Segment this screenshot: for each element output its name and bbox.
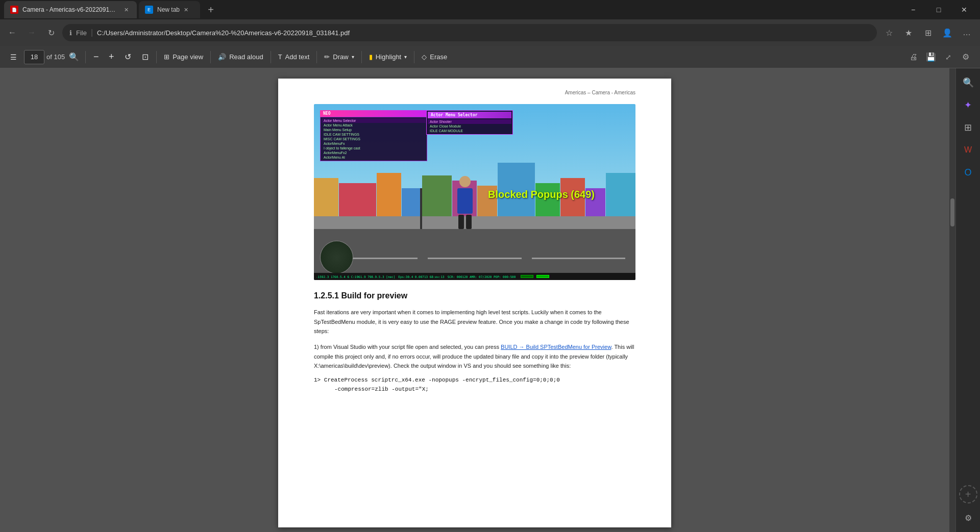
toolbar-separator-2 <box>156 51 157 63</box>
forward-button[interactable]: → <box>23 24 40 41</box>
section-title: 1.2.5.1 Build for preview <box>314 291 635 300</box>
favorites-button[interactable]: ★ <box>899 23 918 42</box>
tab[interactable]: 📄 Camera - Americas-v6-20220918… ✕ <box>4 1 137 18</box>
fit-button[interactable]: ⊡ <box>137 49 153 65</box>
blocked-popups-label: Blocked Popups (649) <box>488 189 595 200</box>
code-line-2: -compressor=zlib -output="X; <box>314 385 635 394</box>
toolbar-separator-1 <box>85 51 86 63</box>
address-text: C:/Users/Administrator/Desktop/Camera%20… <box>97 29 870 37</box>
highlight-icon: ▮ <box>369 53 373 61</box>
pdf-page: Americas – Camera - Americas <box>278 79 671 527</box>
add-tab-button[interactable]: + <box>202 1 219 18</box>
page-number-input[interactable] <box>24 50 44 64</box>
draw-icon: ✏ <box>324 53 330 61</box>
erase-icon: ◇ <box>422 53 427 61</box>
build-link[interactable]: BUILD → Build SPTestBedMenu for Preview <box>501 344 611 350</box>
new-tab-favicon: E <box>145 6 153 14</box>
page-view-icon: ⊞ <box>164 53 169 61</box>
page-view-label: Page view <box>173 53 203 61</box>
highlight-label: Highlight <box>376 53 402 61</box>
sidebar-apps-button[interactable]: ⊞ <box>958 117 978 138</box>
sidebar-search-button[interactable]: 🔍 <box>958 72 978 93</box>
add-text-button[interactable]: T Add text <box>274 49 314 65</box>
sidebar-edge-button[interactable]: W <box>958 140 978 160</box>
sidebar-add-button[interactable]: + <box>959 485 977 503</box>
game-character <box>452 176 478 229</box>
sidebar-settings-button[interactable]: ⚙ <box>958 508 978 528</box>
toolbar-separator-4 <box>271 51 271 63</box>
tab-close-icon[interactable]: ✕ <box>121 5 131 14</box>
scrollbar-thumb[interactable] <box>950 198 954 226</box>
erase-button[interactable]: ◇ Erase <box>418 49 451 65</box>
erase-label: Erase <box>430 53 447 61</box>
print-button[interactable]: 🖨 <box>905 49 922 65</box>
maximize-button[interactable]: □ <box>927 2 950 18</box>
draw-label: Draw <box>333 53 348 61</box>
rotate-button[interactable]: ↺ <box>119 49 136 65</box>
toolbar-separator-3 <box>210 51 211 63</box>
add-text-icon: T <box>278 53 282 61</box>
search-pdf-button[interactable]: 🔍 <box>66 49 82 65</box>
sidebar-toggle-button[interactable]: ☰ <box>6 49 21 65</box>
page-view-button[interactable]: ⊞ Page view <box>160 49 207 65</box>
immersive-reader-button[interactable]: ⤢ <box>940 49 957 65</box>
tab-favicon: 📄 <box>10 6 18 14</box>
add-text-label: Add text <box>285 53 310 61</box>
minimap <box>320 241 353 274</box>
sidebar-copilot-button[interactable]: ✦ <box>958 95 978 115</box>
zoom-out-button[interactable]: − <box>89 50 103 64</box>
new-tab-title: New tab <box>157 6 180 13</box>
address-bar[interactable]: ℹ File | C:/Users/Administrator/Desktop/… <box>62 24 877 41</box>
file-label: File <box>76 29 87 37</box>
new-tab-close-icon[interactable]: ✕ <box>184 7 188 13</box>
body-text-2: 1) from Visual Studio with your script f… <box>314 342 635 371</box>
draw-dropdown-icon: ▾ <box>352 54 354 60</box>
close-button[interactable]: ✕ <box>952 2 976 18</box>
pdf-settings-button[interactable]: ⚙ <box>958 49 974 65</box>
toolbar-separator-5 <box>316 51 317 63</box>
page-nav: of 105 <box>24 50 65 64</box>
zoom-in-button[interactable]: + <box>104 50 118 64</box>
refresh-button[interactable]: ↻ <box>43 24 59 41</box>
favorites-star-button[interactable]: ☆ <box>880 23 898 42</box>
read-aloud-icon: 🔊 <box>218 53 226 61</box>
sidebar-outlook-button[interactable]: O <box>958 162 978 183</box>
scrollbar-track[interactable] <box>949 68 955 532</box>
hud-bar: -1592.3 1760.5.4 6 C:1961.9 798.9.5.3 [n… <box>314 273 635 280</box>
highlight-button[interactable]: ▮ Highlight ▾ <box>365 49 411 65</box>
code-line-1: 1> CreateProcess scriptrc_x64.exe -nopop… <box>314 376 635 385</box>
neo-menu: NEO Actor Menu Selector Actor Menu Attac… <box>320 110 427 161</box>
back-button[interactable]: ← <box>4 24 20 41</box>
profile-button[interactable]: 👤 <box>938 23 957 42</box>
highlight-dropdown-icon: ▾ <box>404 54 407 60</box>
page-total: of 105 <box>46 53 65 61</box>
body-text-1: Fast iterations are very important when … <box>314 308 635 336</box>
save-button[interactable]: 💾 <box>923 49 939 65</box>
pdf-viewport: Americas – Camera - Americas <box>0 68 949 532</box>
draw-button[interactable]: ✏ Draw ▾ <box>320 49 358 65</box>
lock-icon: ℹ <box>69 29 72 37</box>
collections-button[interactable]: ⊞ <box>919 23 937 42</box>
new-tab[interactable]: E New tab ✕ <box>139 1 200 18</box>
more-button[interactable]: … <box>958 23 976 42</box>
toolbar-separator-7 <box>414 51 414 63</box>
read-aloud-button[interactable]: 🔊 Read aloud <box>214 49 267 65</box>
toolbar-separator-6 <box>361 51 362 63</box>
pdf-image: Blocked Popups (649) NEO Actor Menu Sele… <box>314 104 635 280</box>
neo-submenu: Actor Menu Selector Actor Shooter Actor … <box>426 110 513 135</box>
right-sidebar: 🔍 ✦ ⊞ W O + ⚙ <box>955 68 980 532</box>
page-header: Americas – Camera - Americas <box>565 90 635 95</box>
read-aloud-label: Read aloud <box>229 53 263 61</box>
tab-title: Camera - Americas-v6-20220918… <box>22 6 117 13</box>
minimize-button[interactable]: − <box>901 2 925 18</box>
code-block: 1> CreateProcess scriptrc_x64.exe -nopop… <box>314 376 635 394</box>
address-separator: | <box>91 28 93 37</box>
